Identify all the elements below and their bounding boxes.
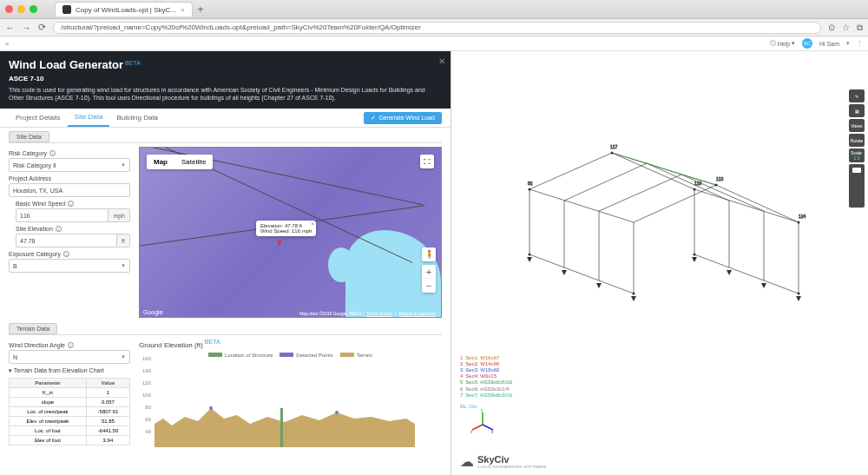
svg-text:118: 118 [694, 181, 702, 186]
svg-text:x: x [491, 429, 494, 433]
svg-text:124: 124 [799, 214, 806, 219]
info-icon[interactable]: i [63, 251, 69, 257]
views-button[interactable]: Views [849, 119, 865, 132]
tab-project-details[interactable]: Project Details [9, 109, 68, 126]
map[interactable]: Map Satellite ⛶ × Elevation: 47.78 ft Wi… [139, 147, 442, 318]
terms-link[interactable]: Terms of Use [366, 311, 391, 316]
svg-marker-26 [596, 283, 602, 288]
url-input[interactable]: /structural/?preload_name=Copy%20of%20Wi… [53, 22, 821, 34]
chevron-down-icon: ▼ [121, 354, 126, 360]
terrain-data-section-tab[interactable]: Terrain Data [9, 323, 57, 334]
panel-tabs: Project Details Site Data Building Data … [0, 109, 450, 128]
svg-point-11 [529, 254, 531, 256]
edit-button[interactable]: ✎ [849, 89, 865, 102]
wind-direction-select[interactable]: N▼ [9, 350, 130, 364]
site-elevation-input[interactable]: 47.78 [16, 234, 117, 247]
forward-icon[interactable]: → [22, 23, 31, 33]
browser-titlebar: Copy of WindLoads-opt | SkyC... × + [0, 0, 868, 19]
caret-down-icon[interactable]: ▾ [846, 40, 850, 47]
terrain-table: ParameterValue K_zt1 slope0.057 Loc. of … [9, 378, 130, 445]
fullscreen-icon[interactable]: ⛶ [420, 155, 434, 168]
search-icon[interactable]: ⊙ [828, 23, 835, 33]
svg-line-8 [612, 153, 647, 163]
zoom-in-button[interactable]: + [422, 265, 436, 279]
user-greeting: Hi Sam [819, 41, 839, 47]
close-tab-icon[interactable]: × [181, 6, 185, 14]
info-icon[interactable]: i [49, 150, 56, 156]
map-credits: Map data ©2019 Google, INEGI | Terms of … [299, 311, 437, 316]
table-row: K_zt1 [10, 388, 130, 398]
wind-load-panel: ✕ Wind Load GeneratorBETA ASCE 7-10 This… [0, 51, 450, 475]
exposure-category-select[interactable]: B▼ [9, 259, 130, 273]
viewer-toolbar: ✎ ▦ Views Rotate Scale:1.5 [849, 89, 865, 208]
close-tooltip-icon[interactable]: × [311, 221, 314, 227]
maximize-window-icon[interactable] [30, 5, 37, 13]
svg-point-16 [798, 293, 800, 295]
url-bar: ← → ⟳ /structural/?preload_name=Copy%20o… [0, 19, 868, 36]
generate-wind-load-button[interactable]: ✓ Generate Wind Load [364, 112, 442, 124]
svg-point-1 [209, 406, 213, 410]
svg-marker-25 [727, 270, 732, 275]
structure-svg: 11711812482113 [451, 51, 868, 475]
info-icon[interactable]: i [68, 342, 74, 348]
browser-tab[interactable]: Copy of WindLoads-opt | SkyC... × [55, 2, 193, 16]
reload-icon[interactable]: ⟳ [38, 22, 46, 33]
risk-category-select[interactable]: Risk Category II▼ [9, 158, 130, 172]
close-window-icon[interactable] [5, 5, 13, 13]
svg-text:y: y [481, 409, 483, 412]
wind-direction-label: Wind Direction Anglei [9, 342, 130, 348]
satellite-btn[interactable]: Satellite [174, 155, 213, 169]
grid-button[interactable]: ▦ [849, 104, 865, 117]
th-value: Value [86, 379, 129, 388]
extensions-icon[interactable]: ⧉ [857, 23, 863, 33]
report-link[interactable]: Report a map error [399, 311, 436, 316]
zoom-control: + − [422, 265, 436, 293]
elevation-unit: ft [117, 234, 130, 247]
map-marker-icon[interactable]: ▼ [275, 238, 284, 247]
new-tab-button[interactable]: + [198, 3, 204, 16]
terrain-collapse-header[interactable]: ▾ Terrain Data from Elevation Chart [9, 367, 130, 374]
pegman-icon[interactable]: 🧍 [422, 247, 436, 261]
basic-wind-speed-label: Basic Wind Speedi [16, 201, 130, 207]
close-panel-icon[interactable]: ✕ [438, 56, 445, 66]
bookmark-icon[interactable]: ☆ [842, 23, 850, 33]
svg-point-15 [694, 254, 696, 256]
slider-knob[interactable] [852, 168, 861, 173]
exposure-category-label: Exposure Categoryi [9, 251, 130, 257]
chart-svg [155, 356, 415, 447]
panel-title: Wind Load Generator [9, 58, 123, 71]
table-row: Elev of foot3.94 [10, 436, 130, 445]
viewer-3d[interactable]: 11711812482113 ✎ ▦ Views Rotate Scale:1.… [450, 51, 868, 475]
project-address-input[interactable]: Houston, TX, USA [9, 183, 130, 197]
site-data-section-tab[interactable]: Site Data [9, 131, 49, 142]
svg-text:113: 113 [716, 176, 724, 181]
scale-slider[interactable] [849, 164, 865, 208]
back-icon[interactable]: ← [5, 23, 15, 33]
basic-wind-speed-input[interactable]: 116 [16, 208, 108, 222]
more-icon[interactable]: ⋮ [857, 40, 863, 47]
wind-speed-unit: mph [108, 208, 130, 222]
beta-badge: BETA [205, 339, 220, 345]
cloud-icon: ☁ [460, 453, 474, 470]
table-row: Elev. of crest/peak51.85 [10, 417, 130, 426]
info-icon[interactable]: i [68, 201, 74, 207]
axis-gizmo-icon: y x z [470, 409, 495, 433]
svg-marker-22 [631, 296, 636, 301]
map-type-control[interactable]: Map Satellite [147, 155, 213, 169]
chart-title: Ground Elevation (ft) [139, 341, 203, 349]
rotate-button[interactable]: Rotate [849, 134, 865, 147]
tab-building-data[interactable]: Building Data [109, 109, 165, 126]
tab-site-data[interactable]: Site Data [68, 109, 110, 127]
site-elevation-label: Site Elevationi [16, 226, 130, 232]
info-icon[interactable]: i [56, 226, 62, 232]
skyciv-logo: ☁ SkyCiv CLOUD ENGINEERING SOFTWARE [460, 453, 547, 470]
help-button[interactable]: ⓘ Help ▾ [770, 39, 795, 48]
hamburger-icon[interactable]: ≡ [5, 41, 9, 47]
map-btn[interactable]: Map [147, 155, 174, 169]
project-address-label: Project Address [9, 175, 130, 181]
minimize-window-icon[interactable] [17, 5, 25, 13]
y-axis-labels: 160140120100806040 [139, 356, 151, 434]
zoom-out-button[interactable]: − [422, 279, 436, 293]
svg-marker-24 [562, 270, 567, 275]
avatar[interactable]: SC [802, 38, 812, 49]
